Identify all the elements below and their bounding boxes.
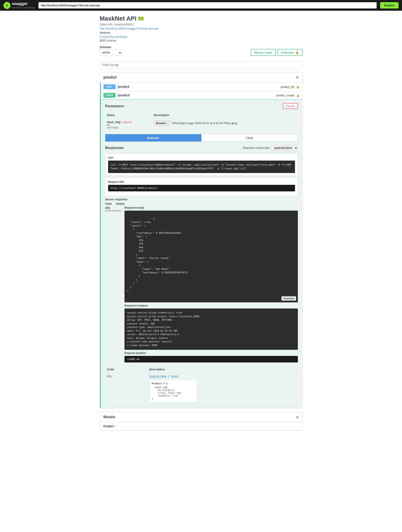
name-col-header: Name	[105, 112, 152, 119]
model-link[interactable]: Model	[171, 375, 178, 378]
browse-button[interactable]: Browse...	[154, 120, 170, 126]
models-header[interactable]: Models ∨	[100, 412, 302, 422]
request-url-label: Request URL	[108, 180, 295, 184]
responses-title: Responses	[105, 146, 124, 150]
get-predict-header[interactable]: GET /predict/ predict_list 🔒	[101, 82, 302, 91]
server-code-value: 200	[105, 206, 121, 209]
response-201-code: 201	[107, 375, 112, 378]
parameters-table: Name Description input_img* required	[105, 112, 298, 131]
file-input-row: Browse... WhatsApp Image 2020-10-01 at 9…	[154, 120, 296, 126]
execute-button[interactable]: Execute	[105, 134, 201, 142]
post-method-badge: POST	[103, 93, 115, 98]
post-predict-row: POST /predict/ predict_create 🔒 Paramete…	[100, 91, 302, 408]
predict-model-name: Predict	[103, 424, 114, 428]
authorize-label: Authorize	[281, 51, 294, 54]
field-type: string($uri)	[158, 389, 175, 392]
required-text: required	[123, 121, 132, 123]
content-type-select[interactable]: application/json	[271, 145, 298, 151]
content-type-label: Response content type	[243, 146, 270, 149]
predict-chevron-icon: ∨	[296, 75, 299, 80]
response-desc-cell: Example Value | Model Predict ∨ {	[148, 373, 298, 404]
scheme-select[interactable]: HTTP HTTPS	[100, 50, 122, 56]
cancel-button[interactable]: Cancel	[283, 103, 298, 109]
request-duration-label: Request duration	[125, 352, 298, 355]
url-input[interactable]	[38, 2, 377, 8]
server-response-label: Server response	[105, 198, 298, 201]
swagger-subtext: POWERED BY SMARTBEAR	[12, 7, 35, 9]
content-type-row: Response content type application/json	[243, 145, 298, 151]
model-box-close: }	[152, 397, 195, 400]
response-headers-label: Response headers	[125, 304, 298, 307]
model-field-row: input_img	[154, 386, 195, 389]
model-box-fields: input_img string($uri) title: Input img …	[154, 386, 195, 397]
license-text: BSD License	[100, 39, 302, 42]
clear-button[interactable]: Clear	[201, 134, 298, 142]
predict-tag-header[interactable]: predict ∨	[100, 72, 302, 82]
schemes-row: Schemes HTTP HTTPS Django Login Authoriz…	[100, 46, 302, 56]
response-code-cell: 201	[105, 373, 148, 404]
post-predict-path: /predict/	[118, 94, 276, 97]
api-title: MaskNet API	[100, 15, 137, 22]
swagger-wordmark: swagger	[12, 2, 35, 6]
spec-link[interactable]: http://localhost:8000/swagger/?format=op…	[100, 27, 302, 30]
explore-button[interactable]: Explore	[380, 2, 398, 8]
curl-label: Curl	[108, 156, 295, 159]
code-col-label: Code	[105, 202, 112, 205]
responses-desc-header: Description	[148, 366, 298, 373]
models-section: Models ∨ Predict ›	[100, 412, 302, 431]
param-name: input_img* required	[107, 120, 150, 124]
django-login-button[interactable]: Django Login	[251, 49, 276, 56]
desc-col-header: Description	[152, 112, 298, 119]
details-col-label: Details	[116, 202, 125, 205]
filter-input[interactable]	[100, 61, 302, 69]
code-details-header: Code Details	[105, 202, 298, 205]
required-star: *	[121, 121, 122, 123]
lock-icon: 🔓	[295, 51, 299, 54]
param-desc-cell: Browse... WhatsApp Image 2020-10-01 at 9…	[152, 119, 298, 131]
curl-block: Curl curl -X POST "http://localhost:8000…	[105, 153, 298, 176]
request-url-value: http://localhost:8000/predict/	[108, 185, 295, 191]
field-readonly: readOnly: true	[158, 394, 178, 397]
url-bar[interactable]	[38, 2, 377, 8]
table-row: 201 Example Value | Model	[105, 373, 298, 404]
field-title: title: Input img	[158, 392, 181, 394]
predict-model-arrow-icon: ›	[115, 425, 116, 428]
post-lock-icon: 🔒	[296, 94, 300, 97]
download-button[interactable]: Download	[282, 296, 296, 301]
base-url: [ Base URL: localhost:8000/ ]	[100, 23, 302, 26]
get-lock-icon: 🔒	[296, 85, 300, 89]
main-content: MaskNet API v1 [ Base URL: localhost:800…	[96, 11, 306, 438]
contact-link[interactable]: Contact the developer	[100, 35, 302, 38]
parameters-title: Parameters	[105, 104, 124, 108]
param-form-data: (formData)	[107, 126, 150, 129]
swagger-logo: S swagger POWERED BY SMARTBEAR	[4, 2, 35, 9]
curl-code: curl -X POST "http://localhost:8000/pred…	[108, 161, 295, 173]
param-name-cell: input_img* required file (formData)	[105, 119, 152, 131]
server-code-col: 200 (undocumented)	[105, 206, 121, 212]
responses-table: Code Description 201	[105, 366, 298, 404]
get-predict-operation: predict_list	[281, 85, 294, 89]
api-title-row: MaskNet API v1	[100, 15, 302, 22]
authorize-button[interactable]: Authorize 🔓	[277, 49, 302, 56]
response-body-code: { "status": true, "result": [ { "confide…	[125, 211, 298, 302]
responses-section-header: Responses Response content type applicat…	[105, 145, 298, 151]
predict-model-item[interactable]: Predict ›	[100, 422, 302, 431]
separator: |	[168, 375, 169, 378]
model-box-title: Predict ∨ {	[152, 382, 195, 385]
response-headers-code: access-control-allow-credentials: true a…	[125, 309, 298, 350]
models-title: Models	[103, 415, 115, 419]
swagger-logo-text: swagger POWERED BY SMARTBEAR	[12, 2, 35, 9]
example-value-link[interactable]: Example Value	[149, 375, 167, 378]
predict-section: predict ∨ GET /predict/ predict_list 🔒 P…	[100, 72, 302, 408]
post-predict-expanded: Parameters Cancel Name Description	[101, 99, 302, 408]
get-predict-row: GET /predict/ predict_list 🔒	[100, 82, 302, 91]
post-predict-header[interactable]: POST /predict/ predict_create 🔒	[101, 91, 302, 99]
response-body-text: { "status": true, "result": [ { "confide…	[127, 217, 188, 292]
table-row: input_img* required file (formData) Brow…	[105, 119, 298, 131]
field-name: input_img	[154, 386, 168, 389]
header: S swagger POWERED BY SMARTBEAR Explore	[0, 0, 402, 11]
model-box: Predict ∨ { input_img string($uri)	[149, 380, 197, 402]
version-badge: v1	[138, 17, 144, 20]
post-section-inner: Parameters Cancel Name Description	[101, 100, 302, 408]
undocumented-label: (undocumented)	[105, 209, 121, 212]
